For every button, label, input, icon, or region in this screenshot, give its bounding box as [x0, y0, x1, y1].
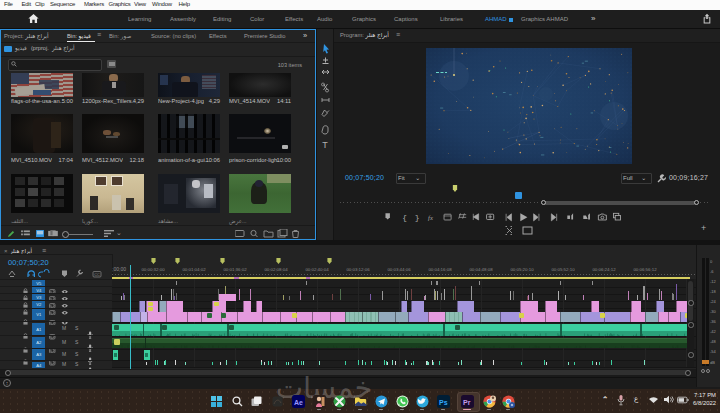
svg-text:}: }: [415, 213, 420, 222]
svg-text:Pr: Pr: [463, 399, 471, 406]
svg-text:CC: CC: [94, 273, 100, 277]
svg-text:Ps: Ps: [439, 399, 448, 406]
svg-text:Ae: Ae: [294, 399, 303, 406]
svg-text:{: {: [402, 213, 407, 222]
svg-text:fx: fx: [428, 214, 433, 221]
svg-text:T: T: [322, 140, 328, 150]
